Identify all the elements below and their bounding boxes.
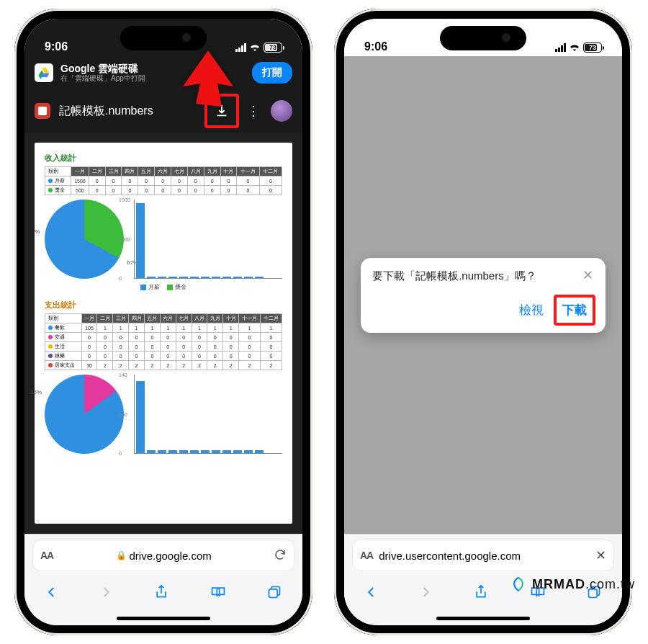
watermark: MRMAD.com.tw [509, 575, 635, 594]
account-avatar[interactable] [271, 100, 292, 122]
wifi-icon [569, 42, 580, 53]
home-indicator [344, 611, 622, 625]
status-time: 9:06 [45, 40, 68, 53]
back-button[interactable] [365, 586, 378, 602]
expense-bar-chart: 1401000 [134, 375, 282, 454]
share-button[interactable] [474, 584, 488, 604]
bookmarks-button[interactable] [210, 586, 226, 602]
dynamic-island [120, 26, 207, 50]
phone-left: 9:06 73 Google 雲端硬碟 在「雲端硬碟」App中打開 打開 [14, 9, 312, 635]
drive-app-banner[interactable]: Google 雲端硬碟 在「雲端硬碟」App中打開 打開 [24, 56, 302, 89]
income-bar-chart: 190010000 [134, 200, 282, 279]
page-settings-button[interactable]: AA [360, 550, 373, 561]
file-name: 記帳模板.numbers [59, 104, 199, 119]
url-bar[interactable]: AA drive.usercontent.google.com ✕ [353, 540, 613, 571]
safari-toolbar [24, 576, 302, 611]
file-header: 記帳模板.numbers ⋮ [24, 89, 302, 133]
cellular-icon [555, 43, 566, 52]
stop-button[interactable]: ✕ [595, 547, 606, 563]
google-drive-icon [35, 63, 53, 82]
forward-button [419, 586, 432, 602]
wifi-icon [249, 42, 261, 53]
view-button[interactable]: 檢視 [513, 298, 549, 323]
url-text: drive.usercontent.google.com [379, 550, 590, 562]
status-right: 73 [555, 42, 602, 53]
svg-rect-0 [269, 589, 278, 597]
expense-section-title: 支出統計 [45, 300, 282, 310]
screen: 9:06 73 Google 雲端硬碟 在「雲端硬碟」App中打開 打開 [24, 19, 302, 625]
dialog-actions: 檢視 下載 [372, 296, 594, 324]
income-legend: 月薪獎金 [45, 283, 282, 291]
file-type-icon [35, 103, 50, 119]
home-indicator [24, 611, 302, 625]
expense-table: 類別一月二月三月四月五月六月七月八月九月十月十一月十二月餐飲1051111111… [45, 313, 282, 370]
expense-pie-chart [45, 375, 124, 454]
status-time: 9:06 [364, 40, 387, 53]
lock-icon: 🔒 [116, 550, 127, 560]
income-section-title: 收入統計 [45, 153, 282, 164]
document-preview[interactable]: 收入統計 類別一月二月三月四月五月六月七月八月九月十月十一月十二月月薪15000… [24, 133, 302, 534]
tutorial-arrow-icon [183, 50, 233, 109]
spreadsheet-preview: 收入統計 類別一月二月三月四月五月六月七月八月九月十月十一月十二月月薪15000… [35, 143, 292, 524]
more-menu-button[interactable]: ⋮ [245, 103, 262, 119]
download-confirm-button[interactable]: 下載 [555, 296, 594, 324]
dialog-title: 要下載「記帳模板.numbers」嗎？ [372, 269, 594, 283]
status-right: 73 [235, 42, 282, 53]
back-button[interactable] [45, 586, 58, 602]
forward-button [99, 586, 112, 602]
tabs-button[interactable] [267, 585, 282, 603]
income-table: 類別一月二月三月四月五月六月七月八月九月十月十一月十二月月薪1500000000… [45, 166, 282, 195]
phone-right: 9:06 73 要下載「記帳模板.numbers」嗎？ ✕ 檢視 下載 [334, 9, 632, 635]
url-bar[interactable]: AA 🔒 drive.google.com [33, 540, 294, 571]
dialog-close-button[interactable]: ✕ [580, 267, 597, 284]
screen: 9:06 73 要下載「記帳模板.numbers」嗎？ ✕ 檢視 下載 [344, 19, 622, 625]
dynamic-island [440, 26, 526, 50]
battery-icon: 73 [583, 43, 602, 53]
reload-button[interactable] [274, 548, 287, 563]
url-text: 🔒 drive.google.com [59, 550, 268, 562]
download-dialog: 要下載「記帳模板.numbers」嗎？ ✕ 檢視 下載 [361, 258, 606, 333]
safari-chrome-bottom: AA 🔒 drive.google.com [24, 534, 302, 625]
income-pie-chart [45, 200, 124, 279]
share-button[interactable] [154, 584, 168, 604]
page-settings-button[interactable]: AA [40, 550, 53, 561]
battery-icon: 73 [264, 43, 282, 53]
open-in-app-button[interactable]: 打開 [252, 62, 292, 84]
page-background: 要下載「記帳模板.numbers」嗎？ ✕ 檢視 下載 [344, 56, 622, 534]
cellular-icon [235, 43, 246, 52]
